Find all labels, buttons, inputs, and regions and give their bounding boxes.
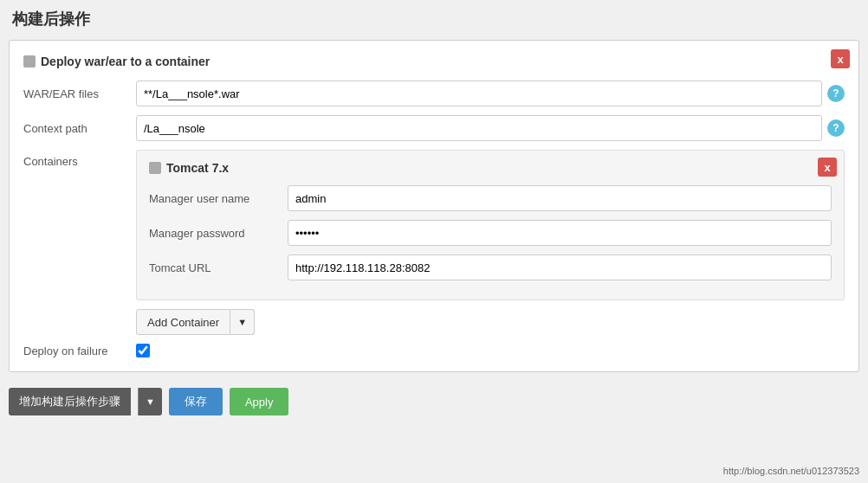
- tomcat-url-row: Tomcat URL: [149, 254, 832, 280]
- apply-button[interactable]: Apply: [230, 388, 289, 415]
- context-path-input[interactable]: [136, 115, 822, 141]
- containers-label: Containers: [23, 150, 136, 168]
- containers-row: Containers x Tomcat 7.x Manager user nam…: [23, 150, 845, 335]
- tomcat-title: Tomcat 7.x: [166, 161, 229, 175]
- manager-password-input[interactable]: [288, 220, 832, 246]
- context-path-label: Context path: [23, 122, 136, 135]
- tomcat-close-button[interactable]: x: [818, 158, 837, 177]
- page-wrapper: 构建后操作 x Deploy war/ear to a container WA…: [0, 0, 868, 483]
- tomcat-box: x Tomcat 7.x Manager user name Manager p…: [136, 150, 845, 300]
- context-path-help-icon[interactable]: ?: [827, 119, 845, 137]
- section-header: Deploy war/ear to a container: [23, 55, 845, 68]
- manager-username-label: Manager user name: [149, 192, 288, 205]
- deploy-failure-row: Deploy on failure: [23, 344, 845, 357]
- war-files-row: WAR/EAR files ?: [23, 80, 845, 106]
- tomcat-header: Tomcat 7.x: [149, 161, 832, 175]
- post-build-section: x Deploy war/ear to a container WAR/EAR …: [9, 40, 859, 372]
- tomcat-url-label: Tomcat URL: [149, 261, 288, 274]
- deploy-failure-checkbox[interactable]: [136, 344, 150, 357]
- tomcat-icon: [149, 162, 161, 174]
- manager-username-row: Manager user name: [149, 185, 832, 211]
- manager-password-label: Manager password: [149, 227, 288, 240]
- manager-username-input[interactable]: [288, 185, 832, 211]
- context-path-row: Context path ?: [23, 115, 845, 141]
- tomcat-url-input[interactable]: [288, 254, 832, 280]
- war-files-input[interactable]: [136, 80, 822, 106]
- add-container-dropdown-button[interactable]: ▼: [230, 309, 255, 335]
- war-files-help-icon[interactable]: ?: [827, 85, 845, 102]
- section-close-button[interactable]: x: [831, 49, 850, 68]
- add-container-button[interactable]: Add Container: [136, 309, 230, 335]
- deploy-failure-label: Deploy on failure: [23, 345, 136, 357]
- war-files-label: WAR/EAR files: [23, 87, 136, 100]
- add-container-wrapper: Add Container ▼: [136, 309, 845, 335]
- footer-bar: 增加构建后操作步骤 ▼ 保存 Apply: [9, 381, 859, 422]
- add-step-dropdown-button[interactable]: ▼: [138, 388, 162, 415]
- manager-password-row: Manager password: [149, 220, 832, 246]
- containers-content: x Tomcat 7.x Manager user name Manager p…: [136, 150, 845, 335]
- add-step-button[interactable]: 增加构建后操作步骤: [9, 388, 131, 415]
- watermark: http://blog.csdn.net/u012373523: [723, 466, 859, 476]
- section-header-icon: [23, 55, 36, 68]
- section-title: Deploy war/ear to a container: [41, 55, 210, 68]
- save-button[interactable]: 保存: [169, 388, 223, 415]
- page-title: 构建后操作: [9, 9, 859, 29]
